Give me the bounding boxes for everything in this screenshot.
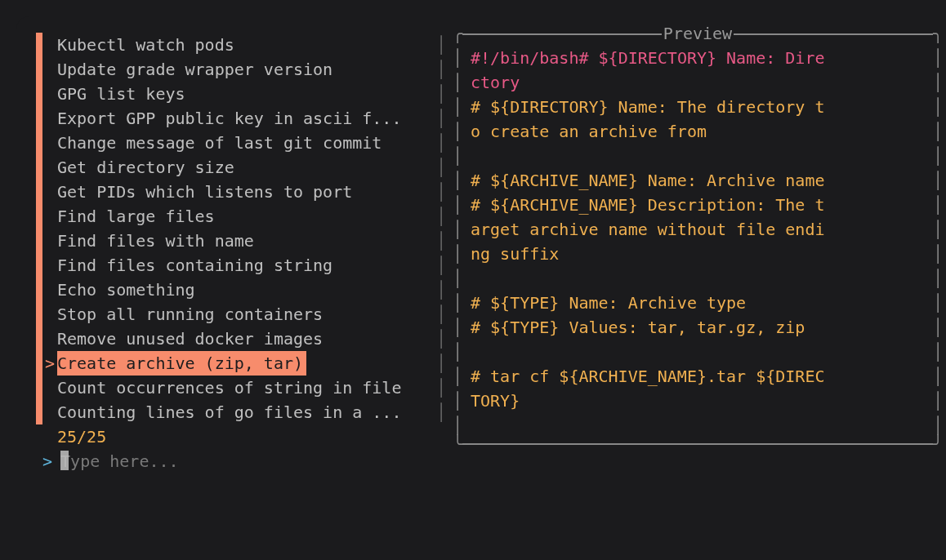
column-divider: │ — [430, 229, 453, 253]
list-item[interactable]: GPG list keys│ — [36, 82, 453, 106]
preview-text: # ${TYPE} Values: tar, tar.gz, zip — [464, 315, 931, 340]
marker-bar — [36, 33, 42, 57]
preview-line: │ │ — [453, 144, 943, 168]
preview-border-left: │ — [453, 46, 464, 70]
preview-text — [464, 413, 931, 438]
list-item[interactable]: Echo something│ — [36, 278, 453, 302]
preview-line: │# ${ARCHIVE_NAME} Name: Archive name│ — [453, 168, 943, 193]
marker-bar — [36, 376, 42, 400]
result-counter: 25/25 — [57, 424, 453, 449]
list-item-label: Find files with name — [57, 229, 254, 253]
preview-line: │ng suffix│ — [453, 242, 943, 266]
results-list: Kubectl watch pods│Update grade wrapper … — [36, 33, 453, 473]
marker-bar — [36, 327, 42, 351]
preview-border-left: │ — [453, 266, 464, 291]
list-item-label: Echo something — [57, 278, 195, 302]
preview-header: ╭ Preview ╮ — [453, 21, 943, 46]
marker-bar — [36, 82, 42, 106]
preview-line: │# ${DIRECTORY} Name: The directory t│ — [453, 95, 943, 119]
preview-text: # tar cf ${ARCHIVE_NAME}.tar ${DIREC — [464, 364, 931, 389]
list-item-label: Remove unused docker images — [57, 327, 323, 351]
preview-line: │arget archive name without file endi│ — [453, 217, 943, 242]
list-item-label: Change message of last git commit — [57, 131, 382, 155]
preview-border-right: │ — [931, 144, 943, 168]
preview-text — [464, 144, 931, 168]
column-divider: │ — [430, 302, 453, 327]
cursor — [60, 451, 69, 470]
preview-text: arget archive name without file endi — [464, 217, 931, 242]
search-input[interactable]: Type here... — [60, 449, 179, 473]
list-item[interactable]: Find files containing string│ — [36, 253, 453, 278]
marker-bar — [36, 302, 42, 327]
list-item-label: Find large files — [57, 204, 215, 229]
column-divider: │ — [430, 82, 453, 106]
list-item[interactable]: Update grade wrapper version│ — [36, 57, 453, 82]
preview-panel: ╭ Preview ╮ │#!/bin/bash# ${DIRECTORY} N… — [453, 33, 943, 473]
marker-bar — [36, 155, 42, 180]
list-item[interactable]: Stop all running containers│ — [36, 302, 453, 327]
main-content: Kubectl watch pods│Update grade wrapper … — [36, 33, 943, 473]
preview-border-right: │ — [931, 46, 943, 70]
preview-title: Preview — [662, 21, 734, 46]
preview-border-left: │ — [453, 340, 464, 364]
preview-line: │# ${ARCHIVE_NAME} Description: The t│ — [453, 193, 943, 217]
preview-border-left: │ — [453, 193, 464, 217]
list-item[interactable]: Change message of last git commit│ — [36, 131, 453, 155]
preview-text: ctory — [464, 70, 931, 95]
list-item[interactable]: Find large files│ — [36, 204, 453, 229]
preview-text — [464, 266, 931, 291]
column-divider: │ — [430, 204, 453, 229]
preview-border-left: │ — [453, 70, 464, 95]
marker-bar — [36, 253, 42, 278]
list-item[interactable]: >Create archive (zip, tar)│ — [36, 351, 453, 376]
preview-line: │ctory│ — [453, 70, 943, 95]
pointer-icon: > — [42, 351, 57, 376]
list-item[interactable]: Get PIDs which listens to port│ — [36, 180, 453, 204]
preview-text: # ${ARCHIVE_NAME} Name: Archive name — [464, 168, 931, 193]
preview-text: # ${DIRECTORY} Name: The directory t — [464, 95, 931, 119]
preview-border-right: │ — [931, 242, 943, 266]
preview-border-left: │ — [453, 217, 464, 242]
preview-border-right: │ — [931, 315, 943, 340]
preview-line: │ │ — [453, 340, 943, 364]
list-item-label: Count occurrences of string in file — [57, 376, 401, 400]
preview-line: │TORY}│ — [453, 389, 943, 413]
marker-bar — [36, 204, 42, 229]
preview-border-left: │ — [453, 315, 464, 340]
column-divider: │ — [430, 57, 453, 82]
marker-bar — [36, 131, 42, 155]
preview-border-right: │ — [931, 340, 943, 364]
list-item[interactable]: Count occurrences of string in file│ — [36, 376, 453, 400]
prompt-symbol: > — [42, 449, 52, 473]
column-divider: │ — [430, 351, 453, 376]
preview-border-left: │ — [453, 291, 464, 315]
list-item-label: Get PIDs which listens to port — [57, 180, 352, 204]
marker-bar — [36, 180, 42, 204]
list-item[interactable]: Get directory size│ — [36, 155, 453, 180]
preview-text: o create an archive from — [464, 119, 931, 144]
list-item[interactable]: Remove unused docker images│ — [36, 327, 453, 351]
column-divider: │ — [430, 155, 453, 180]
preview-border-left: │ — [453, 119, 464, 144]
marker-bar — [36, 351, 42, 376]
preview-border-right: │ — [931, 266, 943, 291]
column-divider: │ — [430, 253, 453, 278]
preview-border-right: │ — [931, 217, 943, 242]
list-item[interactable]: Find files with name│ — [36, 229, 453, 253]
preview-text: # ${TYPE} Name: Archive type — [464, 291, 931, 315]
column-divider: │ — [430, 131, 453, 155]
column-divider: │ — [430, 106, 453, 131]
marker-bar — [36, 278, 42, 302]
preview-border-left: │ — [453, 168, 464, 193]
preview-text: #!/bin/bash# ${DIRECTORY} Name: Dire — [464, 46, 931, 70]
preview-body: │#!/bin/bash# ${DIRECTORY} Name: Dire││c… — [453, 33, 943, 438]
preview-line: │ │ — [453, 266, 943, 291]
search-prompt[interactable]: > Type here... — [42, 449, 453, 473]
preview-text: ng suffix — [464, 242, 931, 266]
preview-border-right: │ — [931, 70, 943, 95]
list-item[interactable]: Counting lines of go files in a ...│ — [36, 400, 453, 424]
list-item[interactable]: Export GPP public key in ascii f...│ — [36, 106, 453, 131]
marker-bar — [36, 229, 42, 253]
preview-border-left: │ — [453, 389, 464, 413]
list-item[interactable]: Kubectl watch pods│ — [36, 33, 453, 57]
